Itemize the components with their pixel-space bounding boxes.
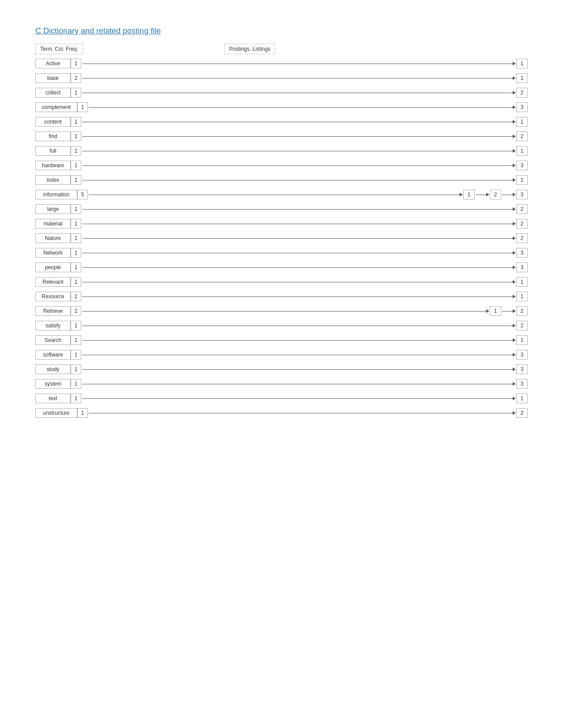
table-row: study13 <box>35 364 528 375</box>
term-box: satisfy <box>35 321 71 330</box>
term-box: find <box>35 131 71 141</box>
page-title: C Dictionary and related posting file <box>35 26 528 36</box>
arrow-line <box>89 195 462 195</box>
freq-box: 1 <box>71 59 81 68</box>
arrow-line <box>82 165 515 166</box>
table-row: complement13 <box>35 101 528 113</box>
term-box: people <box>35 263 71 272</box>
arrow-line <box>82 238 515 239</box>
term-box: text <box>35 394 71 403</box>
arrow-line <box>82 355 515 355</box>
table-row: Retrieve212 <box>35 305 528 317</box>
term-box: Nature <box>35 233 71 243</box>
arrow-line <box>82 282 515 282</box>
diagram-container: Term. Col. Freq. Postings. Listings Acti… <box>35 44 528 419</box>
chain-posting-box: 2 <box>516 306 528 316</box>
arrow-line <box>82 180 515 180</box>
chain-arrow <box>476 195 489 195</box>
arrow-line <box>82 93 515 93</box>
posting-box: 2 <box>516 204 528 214</box>
term-box: software <box>35 350 71 360</box>
term-box: large <box>35 204 71 214</box>
arrow-line <box>82 384 515 384</box>
arrow-line <box>82 340 515 341</box>
posting-box: 2 <box>516 88 528 98</box>
table-row: index11 <box>35 174 528 186</box>
posting-box: 1 <box>516 292 528 301</box>
posting-box: 3 <box>516 161 528 170</box>
term-box: study <box>35 364 71 374</box>
term-box: hardware <box>35 161 71 170</box>
posting-box: 1 <box>516 146 528 156</box>
term-box: Search <box>35 335 71 345</box>
arrow-line <box>82 369 515 370</box>
arrow-line <box>82 224 515 224</box>
posting-box: 2 <box>516 131 528 141</box>
table-row: people13 <box>35 262 528 273</box>
freq-box: 1 <box>71 379 81 389</box>
arrow-line <box>82 64 515 64</box>
arrow-line <box>89 413 515 413</box>
table-row: base21 <box>35 72 528 84</box>
posting-box: 1 <box>516 394 528 403</box>
freq-box: 1 <box>71 117 81 127</box>
posting-box: 3 <box>516 102 528 112</box>
freq-box: 1 <box>71 350 81 360</box>
freq-box: 1 <box>71 335 81 345</box>
table-row: Active11 <box>35 58 528 69</box>
arrow-line <box>89 107 515 108</box>
posting-box: 1 <box>516 277 528 287</box>
freq-box: 1 <box>71 161 81 170</box>
arrow-line <box>82 122 515 122</box>
arrow-line <box>82 253 515 253</box>
freq-box: 1 <box>71 88 81 98</box>
freq-box: 1 <box>71 175 81 185</box>
term-box: Resource <box>35 292 71 301</box>
freq-box: 1 <box>71 364 81 374</box>
posting-box: 2 <box>516 219 528 229</box>
term-box: Relevant <box>35 277 71 287</box>
posting-box: 3 <box>516 350 528 360</box>
chain-arrow <box>502 195 515 195</box>
table-row: text11 <box>35 393 528 404</box>
posting-box: 3 <box>516 263 528 272</box>
posting-box: 3 <box>516 379 528 389</box>
freq-box: 1 <box>71 321 81 330</box>
arrow-line <box>82 311 489 311</box>
term-box: unstructure <box>35 408 77 418</box>
table-row: Search11 <box>35 334 528 346</box>
freq-box: 5 <box>77 190 88 199</box>
freq-box: 1 <box>71 394 81 403</box>
arrow-line <box>82 326 515 326</box>
term-box: Retrieve <box>35 306 71 316</box>
table-row: large12 <box>35 203 528 215</box>
table-row: satisfy12 <box>35 320 528 331</box>
table-row: Resource21 <box>35 291 528 302</box>
arrow-line <box>82 296 515 297</box>
term-box: information <box>35 190 77 199</box>
term-box: base <box>35 73 71 83</box>
freq-box: 1 <box>77 102 88 112</box>
table-row: find12 <box>35 131 528 142</box>
table-row: unstructure12 <box>35 407 528 419</box>
freq-box: 2 <box>71 306 81 316</box>
headers-row: Term. Col. Freq. Postings. Listings <box>35 44 528 54</box>
freq-box: 1 <box>77 408 88 418</box>
chain-posting-box: 2 <box>490 190 501 199</box>
freq-box: 1 <box>71 248 81 258</box>
freq-box: 1 <box>71 277 81 287</box>
freq-box: 1 <box>71 233 81 243</box>
freq-box: 1 <box>71 219 81 229</box>
term-box: material <box>35 219 71 229</box>
posting-box: 3 <box>516 248 528 258</box>
freq-box: 2 <box>71 73 81 83</box>
posting-box: 1 <box>463 190 475 199</box>
freq-box: 1 <box>71 131 81 141</box>
arrow-line <box>82 136 515 137</box>
arrow-line <box>82 151 515 151</box>
term-box: Network <box>35 248 71 258</box>
posting-box: 1 <box>516 73 528 83</box>
table-row: system13 <box>35 378 528 390</box>
arrow-line <box>82 398 515 399</box>
header-term: Term. Col. Freq. <box>35 44 83 54</box>
